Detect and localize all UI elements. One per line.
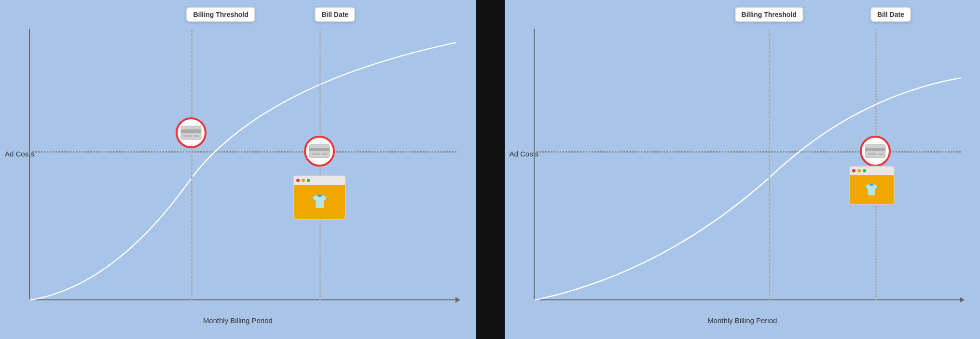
- store-top-left: [294, 176, 345, 185]
- ad-cost-dotted-line-left: [29, 151, 456, 153]
- svg-rect-2: [183, 135, 192, 137]
- shirt-icon-right: 👕: [864, 183, 879, 197]
- card-circle-threshold-left: [176, 117, 207, 148]
- center-divider: [476, 0, 505, 339]
- svg-rect-11: [878, 153, 883, 155]
- store-dot-red-left: [296, 179, 300, 182]
- billing-threshold-tooltip-left: Billing Threshold: [186, 7, 255, 22]
- store-icon-left: 👕: [293, 175, 346, 220]
- svg-rect-3: [194, 135, 199, 137]
- bill-date-tooltip-left: Bill Date: [315, 7, 355, 22]
- credit-card-icon2-left: [309, 144, 330, 158]
- store-icon-right: 👕: [849, 166, 895, 205]
- panel-right: Ad Costs Monthly Billing Period Billing …: [505, 0, 980, 339]
- credit-card-icon-left: [180, 126, 202, 140]
- store-dot-yellow-right: [857, 169, 861, 172]
- svg-rect-1: [181, 129, 201, 133]
- bill-date-tooltip-right: Bill Date: [870, 7, 911, 22]
- credit-card-icon-right: [865, 144, 886, 158]
- store-body-left: 👕: [294, 185, 345, 219]
- svg-rect-7: [322, 153, 327, 155]
- svg-rect-9: [865, 148, 885, 151]
- svg-rect-10: [868, 153, 876, 155]
- growth-curve-right: [534, 29, 961, 300]
- store-dot-yellow-left: [302, 179, 305, 182]
- store-dot-green-right: [863, 169, 866, 172]
- card-circle-billdate-left: [304, 136, 335, 167]
- monthly-label-right: Monthly Billing Period: [707, 316, 777, 325]
- card-circle-billdate-right: [860, 136, 891, 167]
- monthly-label-left: Monthly Billing Period: [203, 316, 273, 325]
- panel-left: Ad Costs Monthly Billing Period Billing …: [0, 0, 476, 339]
- growth-curve-left: [29, 29, 456, 300]
- x-axis-arrow-left: [455, 297, 460, 303]
- y-axis-left: [29, 29, 30, 300]
- ad-cost-dotted-line-right: [534, 151, 961, 153]
- store-body-right: 👕: [850, 175, 894, 204]
- threshold-vert-line-right: [769, 29, 770, 300]
- chart-area-right: Billing Threshold Bill Date 👕: [534, 29, 961, 300]
- x-axis-arrow-right: [960, 297, 965, 303]
- shirt-icon-left: 👕: [311, 194, 328, 210]
- chart-area-left: Billing Threshold Bill Date: [29, 29, 456, 300]
- svg-rect-5: [309, 148, 330, 151]
- billing-threshold-tooltip-right: Billing Threshold: [735, 7, 803, 22]
- store-top-right: [850, 167, 894, 175]
- y-axis-right: [534, 29, 535, 300]
- threshold-vert-line-left: [191, 29, 193, 300]
- svg-rect-6: [312, 153, 320, 155]
- store-dot-green-left: [307, 179, 310, 182]
- x-axis-right: [534, 299, 961, 300]
- x-axis-left: [29, 299, 456, 300]
- store-dot-red-right: [852, 169, 856, 172]
